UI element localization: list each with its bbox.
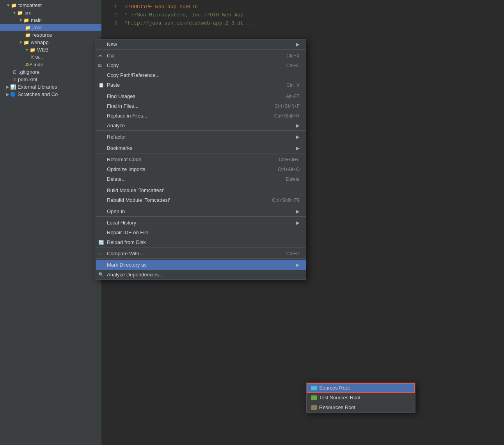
folder-icon: 📁 (23, 18, 29, 23)
shortcut: Ctrl+X (286, 53, 300, 59)
menu-item-rebuild-module[interactable]: Rebuild Module 'Tomcattest' Ctrl+Shift+F… (96, 195, 306, 205)
resources-icon (311, 405, 317, 410)
menu-item-repair-ide[interactable]: Repair IDE on File (96, 228, 306, 237)
submenu-arrow: ▶ (296, 145, 300, 151)
folder-icon: 📁 (25, 25, 31, 30)
maven-icon: m (12, 77, 16, 82)
line-number: 2 (108, 11, 117, 20)
menu-item-local-history[interactable]: Local History ▶ (96, 218, 306, 228)
menu-label: Optimize Imports (107, 166, 262, 172)
sidebar-item-gitignore[interactable]: 🗒 .gitignore (0, 68, 101, 76)
reload-icon: 🔄 (98, 240, 104, 245)
code-line-1: 1 <!DOCTYPE web-app PUBLIC (108, 3, 498, 11)
menu-label: Compare With... (107, 251, 271, 256)
folder-icon: 📁 (30, 47, 35, 53)
collapse-arrow: ▼ (19, 18, 23, 22)
submenu-arrow: ▶ (296, 41, 300, 47)
menu-item-paste[interactable]: 📋 Paste Ctrl+V (96, 80, 306, 90)
menu-label: Replace in Files... (107, 113, 259, 119)
submenu-item-resources-root[interactable]: Resources Root (307, 402, 415, 412)
sidebar-item-pom[interactable]: m pom.xml (0, 76, 101, 83)
sidebar-label: External Libraries (18, 84, 57, 90)
menu-label: Reload from Disk (107, 239, 300, 245)
sidebar: ▼ 📁 tomcattest ▼ 📁 src ▼ 📁 main 📁 java 📁… (0, 0, 101, 445)
sidebar-item-web[interactable]: ▼ 📁 WEB (0, 46, 101, 53)
sidebar-label: .gitignore (19, 69, 39, 75)
menu-item-copy[interactable]: ⧉ Copy Ctrl+C (96, 61, 306, 70)
menu-item-compare-with[interactable]: ↔ Compare With... Ctrl+D (96, 249, 306, 258)
folder-icon: 📁 (25, 32, 31, 38)
menu-label: Open In (107, 208, 293, 214)
sidebar-item-main[interactable]: ▼ 📁 main (0, 16, 101, 24)
sidebar-item-resources[interactable]: 📁 resource (0, 31, 101, 39)
menu-item-mark-directory[interactable]: Mark Directory as ▶ (96, 260, 306, 270)
menu-item-cut[interactable]: ✂ Cut Ctrl+X (96, 51, 306, 61)
line-number: 1 (108, 3, 117, 11)
menu-item-build-module[interactable]: Build Module 'Tomcattest' (96, 185, 306, 195)
sidebar-label: Scratches and Co (18, 91, 58, 97)
menu-label: Local History (107, 220, 293, 226)
menu-label: Build Module 'Tomcattest' (107, 187, 300, 193)
menu-item-find-in-files[interactable]: Find in Files... Ctrl+Shift+F (96, 101, 306, 111)
menu-item-reload-from-disk[interactable]: 🔄 Reload from Disk (96, 237, 306, 247)
menu-item-refactor[interactable]: Refactor ▶ (96, 132, 306, 142)
menu-item-find-usages[interactable]: Find Usages Alt+F7 (96, 91, 306, 101)
menu-item-bookmarks[interactable]: Bookmarks ▶ (96, 143, 306, 153)
folder-icon: 📁 (23, 40, 29, 45)
shortcut: Ctrl+Shift+F (275, 103, 300, 109)
test-sources-icon (311, 395, 317, 400)
sidebar-item-scratches[interactable]: ▶ 🔵 Scratches and Co (0, 91, 101, 98)
git-icon: 🗒 (12, 69, 17, 75)
menu-label: New (107, 41, 293, 47)
shortcut: Ctrl+C (286, 63, 300, 68)
submenu-arrow: ▶ (296, 123, 300, 128)
code-content: "http://java.sun.com/dtd/web-app_2_3.dt.… (125, 20, 253, 26)
submenu-label: Resources Root (319, 404, 355, 410)
submenu-arrow: ▶ (296, 262, 300, 268)
collapse-arrow: ▼ (19, 40, 23, 44)
menu-item-copy-path[interactable]: Copy Path/Reference... (96, 70, 306, 80)
sidebar-item-tomcattest[interactable]: ▼ 📁 tomcattest (0, 2, 101, 9)
menu-label: Cut (107, 53, 271, 59)
sidebar-label: webapp (31, 39, 49, 45)
code-content: "-//Sun Microsystems, Inc.//DTD Web App.… (125, 12, 253, 18)
menu-item-analyze-deps[interactable]: 🔍 Analyze Dependencies... (96, 270, 306, 279)
menu-item-delete[interactable]: Delete... Delete (96, 174, 306, 184)
sidebar-label: tomcattest (18, 2, 42, 8)
menu-label: Refactor (107, 134, 293, 140)
context-menu: New ▶ ✂ Cut Ctrl+X ⧉ Copy Ctrl+C Copy Pa… (96, 39, 306, 280)
shortcut: Delete (286, 176, 300, 182)
file-icon: JSP (25, 62, 32, 67)
submenu-item-test-sources-root[interactable]: Test Sources Root (307, 393, 415, 402)
analyze-icon: 🔍 (98, 272, 104, 277)
sidebar-item-java[interactable]: 📁 java (0, 24, 101, 31)
shortcut: Ctrl+Alt+L (279, 157, 300, 162)
menu-item-reformat-code[interactable]: Reformat Code Ctrl+Alt+L (96, 155, 306, 164)
cut-icon: ✂ (98, 53, 102, 59)
sidebar-item-index[interactable]: JSP inde (0, 61, 101, 68)
expand-arrow: ▶ (6, 92, 9, 96)
menu-item-replace-in-files[interactable]: Replace in Files... Ctrl+Shift+R (96, 111, 306, 121)
sidebar-label: pom.xml (18, 77, 37, 82)
collapse-arrow: ▼ (12, 11, 16, 15)
sidebar-item-webapp[interactable]: ▼ 📁 webapp (0, 39, 101, 46)
submenu-arrow: ▶ (296, 134, 300, 140)
menu-item-analyze[interactable]: Analyze ▶ (96, 121, 306, 130)
menu-item-open-in[interactable]: Open In ▶ (96, 206, 306, 216)
submenu-arrow: ▶ (296, 208, 300, 214)
expand-arrow: ▶ (6, 85, 9, 89)
submenu-item-sources-root[interactable]: Sources Root (307, 383, 415, 393)
menu-label: Rebuild Module 'Tomcattest' (107, 197, 256, 203)
shortcut: Alt+F7 (286, 94, 300, 99)
sidebar-item-w[interactable]: K w... (0, 53, 101, 61)
collapse-arrow: ▼ (25, 48, 29, 52)
menu-item-optimize-imports[interactable]: Optimize Imports Ctrl+Alt+O (96, 164, 306, 174)
menu-label: Find in Files... (107, 103, 259, 109)
menu-label: Reformat Code (107, 157, 263, 162)
sidebar-label: WEB (37, 47, 49, 53)
menu-item-new[interactable]: New ▶ (96, 39, 306, 49)
code-line-3: 3 "http://java.sun.com/dtd/web-app_2_3.d… (108, 20, 498, 28)
sidebar-item-src[interactable]: ▼ 📁 src (0, 9, 101, 16)
menu-label: Paste (107, 82, 271, 88)
sidebar-item-external-libraries[interactable]: ▶ 📊 External Libraries (0, 83, 101, 91)
